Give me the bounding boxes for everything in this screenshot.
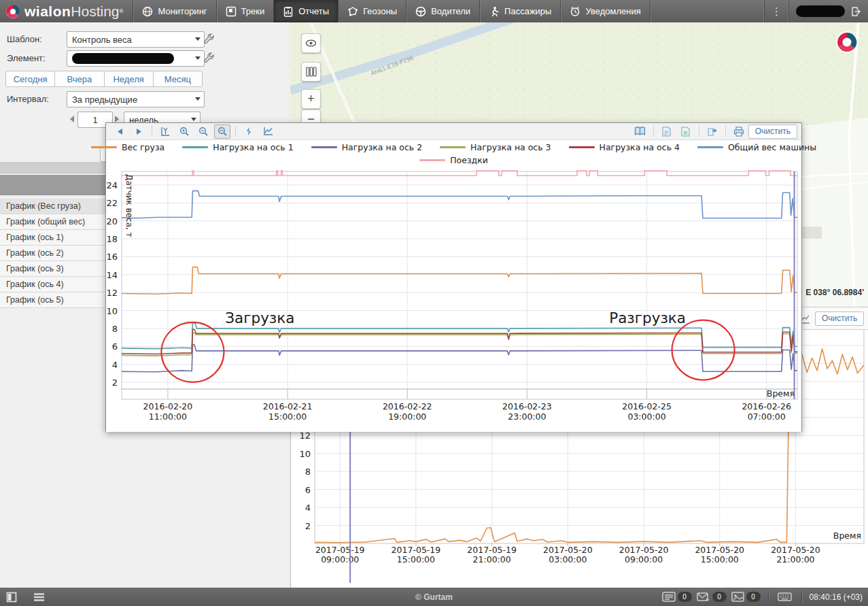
legend-label: Вес груза xyxy=(122,141,164,154)
chart-legend: Вес грузаНагрузка на ось 1Нагрузка на ос… xyxy=(106,140,801,167)
keyboard-button[interactable] xyxy=(776,590,794,604)
jobs-count-badge: 0 xyxy=(678,592,692,602)
x-tick-label: 2017-05-19 xyxy=(315,545,365,555)
legend-item: Нагрузка на ось 3 xyxy=(440,141,551,154)
zoom-selection-button[interactable] xyxy=(214,124,230,139)
y-tick-label: 2 xyxy=(305,521,311,531)
print-button[interactable] xyxy=(731,124,747,139)
y-axis-title: Датчик веса, т xyxy=(124,174,134,237)
template-select[interactable]: Контроль веса xyxy=(67,31,205,48)
bottom-list-button[interactable] xyxy=(30,590,48,604)
clock-label: 08:40:16 (+03) xyxy=(810,592,863,602)
weight-chart[interactable]: 246810121416182022242016-02-2011:00:0020… xyxy=(106,167,801,432)
x-tick-label: 15:00:00 xyxy=(397,554,435,565)
x-tick-label: 2017-05-20 xyxy=(619,545,669,555)
graph-settings-button[interactable] xyxy=(260,124,276,139)
interval-decrement-arrow[interactable] xyxy=(70,116,74,122)
x-tick-label: 07:00:00 xyxy=(748,411,786,422)
nav-item-label: Пассажиры xyxy=(504,6,551,16)
nav-item-label: Геозоны xyxy=(363,6,397,16)
template-wrench-icon[interactable] xyxy=(203,33,215,45)
x-tick-label: 2017-05-20 xyxy=(543,545,593,555)
x-tick-label: 2017-05-20 xyxy=(771,545,820,555)
y-tick-label: 12 xyxy=(299,431,311,441)
nav-item-label: Мониторинг xyxy=(158,6,207,16)
x-tick-label: 2016-02-22 xyxy=(383,401,432,411)
x-tick-label: 15:00:00 xyxy=(268,411,307,422)
excel-file-icon xyxy=(681,127,690,137)
quick-button-3[interactable]: Неделя xyxy=(105,71,154,87)
y-tick-label: 8 xyxy=(305,467,311,477)
x-tick-label: 2017-05-20 xyxy=(695,545,744,555)
template-label: Шаблон: xyxy=(7,34,42,44)
pan-right-button[interactable] xyxy=(131,124,147,139)
quick-button-1[interactable]: Сегодня xyxy=(5,71,55,87)
y-tick-label: 20 xyxy=(106,216,118,226)
wialon-logo-icon xyxy=(5,4,20,19)
legend-item: Общий вес машины xyxy=(697,141,816,154)
messages-count-badge: 0 xyxy=(712,592,727,602)
interval-select[interactable]: За предыдущие xyxy=(67,91,205,107)
unit-select[interactable] xyxy=(67,50,205,67)
x-tick-label: 21:00:00 xyxy=(776,554,814,565)
reports-icon xyxy=(283,6,294,17)
report-book-button[interactable] xyxy=(632,124,648,139)
legend-swatch xyxy=(91,146,117,148)
chart-window: Очистить Вес грузаНагрузка на ось 1Нагру… xyxy=(105,122,802,432)
messages-counter[interactable]: 0 xyxy=(697,592,727,602)
logo-reg: ® xyxy=(120,7,124,14)
x-tick-label: 03:00:00 xyxy=(549,554,587,565)
report-chart-clear-button[interactable]: Очистить xyxy=(815,312,864,326)
x-tick-label: 2016-02-23 xyxy=(502,401,552,411)
quick-button-2[interactable]: Вчера xyxy=(55,71,104,87)
chart-clear-button[interactable]: Очистить xyxy=(748,124,797,139)
media-icon xyxy=(731,592,744,602)
y-tick-label: 18 xyxy=(106,234,118,244)
export-file-button[interactable] xyxy=(704,124,721,139)
legend-swatch xyxy=(440,146,466,148)
graph-icon xyxy=(263,127,273,136)
nav-item-label: Отчеты xyxy=(298,6,329,16)
visibility-eye-button[interactable] xyxy=(301,33,321,53)
template-value: Контроль веса xyxy=(72,35,132,45)
y-tick-label: 12 xyxy=(106,288,118,298)
refresh-chart-button[interactable] xyxy=(241,124,257,139)
export-pdf-button[interactable] xyxy=(659,124,675,139)
nav-item-geofence[interactable]: Геозоны xyxy=(338,0,406,22)
export-icon xyxy=(707,127,717,137)
arrow-right-icon xyxy=(135,128,143,135)
geofence-icon xyxy=(347,6,358,17)
zoom-in-button[interactable]: + xyxy=(301,89,321,109)
nav-item-passenger[interactable]: Пассажиры xyxy=(480,0,561,22)
legend-swatch xyxy=(697,146,723,148)
interval-increment-arrow[interactable] xyxy=(115,116,119,122)
chart-zoom-out-button[interactable] xyxy=(195,124,211,139)
value-axis-button[interactable] xyxy=(157,124,173,139)
legend-label: Нагрузка на ось 4 xyxy=(600,141,680,154)
y-tick-label: 24 xyxy=(106,180,118,190)
pan-left-button[interactable] xyxy=(111,124,128,139)
nav-item-tracks-flag[interactable]: Треки xyxy=(217,0,275,22)
nav-item-label: Водители xyxy=(431,6,470,16)
media-counter[interactable]: 0 xyxy=(731,592,761,602)
chart-zoom-in-button[interactable] xyxy=(176,124,192,139)
nav-item-globe[interactable]: Мониторинг xyxy=(133,0,216,22)
user-menu[interactable] xyxy=(788,0,868,22)
more-icon: ⋮ xyxy=(771,5,782,18)
nav-more-menu[interactable]: ⋮ xyxy=(764,0,788,22)
unit-wrench-icon[interactable] xyxy=(203,52,215,64)
jobs-counter[interactable]: 0 xyxy=(662,592,692,602)
logout-icon[interactable] xyxy=(850,6,861,17)
map-layers-button[interactable] xyxy=(301,62,321,82)
pdf-file-icon xyxy=(662,127,671,137)
panel-toggle-button[interactable] xyxy=(3,590,20,604)
nav-item-driver[interactable]: Водители xyxy=(406,0,480,22)
y-tick-label: 10 xyxy=(106,306,118,316)
x-tick-label: 19:00:00 xyxy=(388,411,426,422)
nav-item-reports[interactable]: Отчеты xyxy=(274,0,338,22)
quick-button-4[interactable]: Месяц xyxy=(154,71,203,87)
unit-label: Элемент: xyxy=(7,53,46,63)
nav-item-notification[interactable]: Уведомления xyxy=(561,0,650,22)
export-excel-button[interactable] xyxy=(678,124,694,139)
x-tick-label: 2016-02-25 xyxy=(622,401,672,411)
